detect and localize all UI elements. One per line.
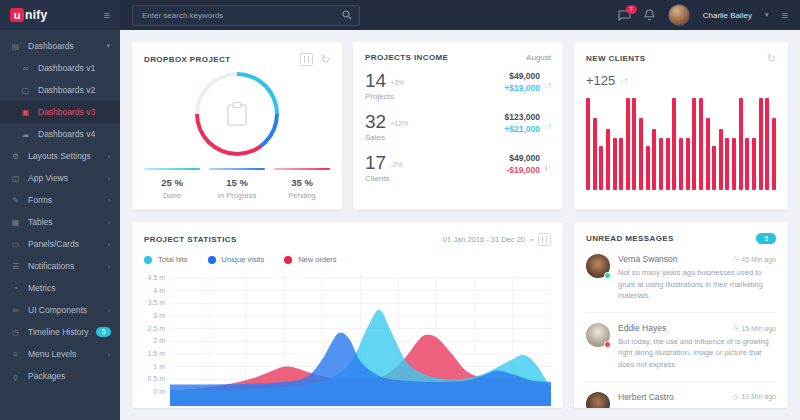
area-chart: 0 m0.5 m1 m1.5 m2 m2.5 m3 m3.5 m4 m4.5 m <box>144 274 551 406</box>
message-text: But today, the use and influence of illu… <box>618 405 776 408</box>
y-tick-label: 1.5 m <box>147 350 165 357</box>
period-label[interactable]: August <box>526 53 551 62</box>
refresh-icon[interactable]: ↻ <box>321 54 330 65</box>
sidebar-item-label: Forms <box>28 195 52 205</box>
sidebar-item-label: Dashboards <box>28 41 74 51</box>
sidebar-item-dashboards[interactable]: ▤Dashboards▾ <box>0 35 120 57</box>
bar <box>692 98 696 190</box>
income-row-projects: 14+3%Projects$49,000+$19,000↓↑ <box>365 71 551 101</box>
search-icon[interactable] <box>342 10 352 20</box>
sidebar-item-dashboards-v2[interactable]: ▢Dashboards v2 <box>0 79 120 101</box>
bar <box>639 118 643 190</box>
history-icon: ◷ <box>10 328 21 337</box>
dropbox-project-card: DROPBOX PROJECT ↻ 25 %Done15 %In Progres <box>132 42 342 210</box>
logo-mark: u <box>10 8 24 22</box>
y-tick-label: 1 m <box>153 363 165 370</box>
bar <box>699 98 703 190</box>
refresh-icon[interactable]: ↻ <box>767 53 776 64</box>
legend-item-unique-visits[interactable]: Unique visits <box>208 255 265 264</box>
search-input[interactable] <box>140 10 336 21</box>
legend-item-new-orders[interactable]: New orders <box>284 255 336 264</box>
settings-icon[interactable] <box>538 233 551 246</box>
bell-icon[interactable] <box>644 9 655 21</box>
sidebar-item-ui-components[interactable]: ∞UI Components› <box>0 299 120 321</box>
sidebar-item-metrics[interactable]: ◔Metrics <box>0 277 120 299</box>
user-menu-chevron-icon[interactable]: ▾ <box>765 11 769 19</box>
pencil-icon: ✎ <box>10 196 21 205</box>
stat-value: 15 % <box>209 177 265 188</box>
sidebar-item-forms[interactable]: ✎Forms› <box>0 189 120 211</box>
message-item[interactable]: Verna Swanson◷45 Min agoNot so many year… <box>586 244 776 313</box>
stat-underline <box>144 168 200 170</box>
progress-stat-in-progress: 15 %In Progress <box>209 168 265 200</box>
chat-icon[interactable]: 7 <box>618 10 631 21</box>
sidebar: u nify ≡ ▤Dashboards▾∞Dashboards v1▢Dash… <box>0 0 120 420</box>
logo-row: u nify ≡ <box>0 0 120 30</box>
stat-label: Pending <box>274 191 330 200</box>
topbar-menu-icon[interactable]: ≡ <box>782 9 788 21</box>
chevron-right-icon: › <box>108 307 110 314</box>
bar <box>706 118 710 190</box>
settings-icon[interactable] <box>300 53 313 66</box>
card-title: NEW CLIENTS <box>586 54 646 63</box>
y-tick-label: 0.5 m <box>147 375 165 382</box>
sidebar-item-tables[interactable]: ▦Tables› <box>0 211 120 233</box>
sidebar-item-panels-cards[interactable]: ▭Panels/Cards› <box>0 233 120 255</box>
sidebar-toggle-icon[interactable]: ≡ <box>104 10 110 21</box>
sidebar-item-menu-levels[interactable]: ≡Menu Levels› <box>0 343 120 365</box>
sidebar-item-label: Dashboards v4 <box>38 129 95 139</box>
date-range-picker[interactable]: 01 Jan 2016 - 31 Dec 20 ▾ <box>443 233 551 246</box>
income-percent: +3% <box>390 79 404 98</box>
sidebar-item-label: Menu Levels <box>28 349 76 359</box>
user-avatar[interactable] <box>668 4 690 26</box>
income-percent: +12% <box>390 120 408 139</box>
chevron-right-icon: › <box>108 219 110 226</box>
unify-logo[interactable]: u nify <box>10 8 48 22</box>
sidebar-item-layouts-settings[interactable]: ⚙Layouts Settings› <box>0 145 120 167</box>
sidebar-nav: ▤Dashboards▾∞Dashboards v1▢Dashboards v2… <box>0 30 120 387</box>
bar <box>666 138 670 190</box>
sidebar-item-notifications[interactable]: ☰Notifications› <box>0 255 120 277</box>
message-item[interactable]: Eddie Hayes◷15 Min agoBut today, the use… <box>586 313 776 382</box>
search-box[interactable] <box>132 5 360 26</box>
legend-dot-icon <box>208 256 216 264</box>
stat-underline <box>274 168 330 170</box>
donut-chart <box>195 72 279 156</box>
car-icon: ▣ <box>20 108 31 117</box>
cloud-icon: ☁ <box>20 130 31 139</box>
y-tick-label: 2 m <box>153 337 165 344</box>
sidebar-item-dashboards-v4[interactable]: ☁Dashboards v4 <box>0 123 120 145</box>
menu-icon: ≡ <box>10 350 21 359</box>
sidebar-item-label: Layouts Settings <box>28 151 91 161</box>
sidebar-item-packages[interactable]: ϙPackages <box>0 365 120 387</box>
sidebar-item-timeline-history[interactable]: ◷Timeline History5 <box>0 321 120 343</box>
bar <box>765 98 769 190</box>
trend-arrows-icon: ↓↑ <box>544 121 551 131</box>
income-amount: $123,000 <box>504 112 540 122</box>
status-dot-busy <box>604 341 611 348</box>
card-title: DROPBOX PROJECT <box>144 55 230 64</box>
income-amount: $49,000 <box>504 71 540 81</box>
message-text: But today, the use and influence of is g… <box>618 336 776 370</box>
chevron-right-icon: › <box>108 351 110 358</box>
bar <box>712 146 716 190</box>
bar <box>586 98 590 190</box>
sidebar-item-dashboards-v3[interactable]: ▣Dashboards v3 <box>0 101 120 123</box>
windows-icon: ◫ <box>10 174 21 183</box>
user-name[interactable]: Charlie Bailey <box>703 11 752 20</box>
message-item[interactable]: Herbert Castro◷10 Min agoBut today, the … <box>586 382 776 408</box>
y-tick-label: 2.5 m <box>147 325 165 332</box>
income-number-row: 32+12% <box>365 112 408 131</box>
chevron-right-icon: › <box>108 197 110 204</box>
status-dot-online <box>604 272 611 279</box>
y-tick-label: 3.5 m <box>147 299 165 306</box>
sidebar-item-dashboards-v1[interactable]: ∞Dashboards v1 <box>0 57 120 79</box>
income-number-row: 17-2% <box>365 153 403 172</box>
income-right: $49,000-$19,000↓↑ <box>506 153 551 175</box>
message-body: Herbert Castro◷10 Min agoBut today, the … <box>618 392 776 408</box>
sidebar-item-app-views[interactable]: ◫App Views› <box>0 167 120 189</box>
time-label: 10 Min ago <box>741 393 776 400</box>
legend-item-total-hits[interactable]: Total hits <box>144 255 188 264</box>
legend-dot-icon <box>144 256 152 264</box>
income-delta: -$19,000 <box>506 165 540 175</box>
